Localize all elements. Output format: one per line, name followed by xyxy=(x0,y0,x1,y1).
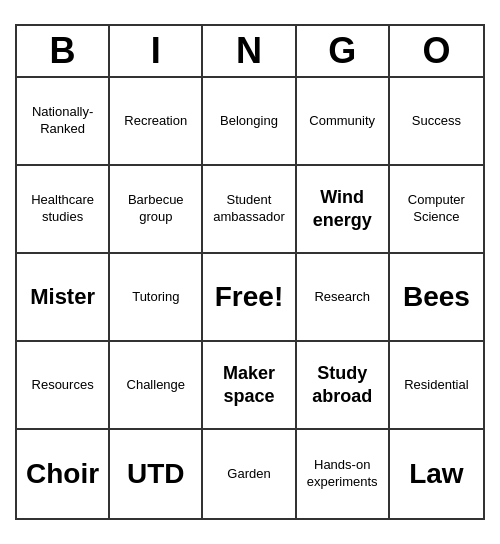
bingo-cell-19: Residential xyxy=(390,342,483,430)
header-letter-o: O xyxy=(390,26,483,76)
cell-text-0: Nationally- Ranked xyxy=(32,104,93,138)
cell-text-10: Mister xyxy=(30,283,95,312)
header-letter-n: N xyxy=(203,26,296,76)
bingo-cell-14: Bees xyxy=(390,254,483,342)
cell-text-5: Healthcare studies xyxy=(21,192,104,226)
bingo-cell-23: Hands-on experiments xyxy=(297,430,390,518)
bingo-cell-20: Choir xyxy=(17,430,110,518)
bingo-cell-15: Resources xyxy=(17,342,110,430)
bingo-cell-4: Success xyxy=(390,78,483,166)
header-letter-b: B xyxy=(17,26,110,76)
header-letter-i: I xyxy=(110,26,203,76)
bingo-cell-1: Recreation xyxy=(110,78,203,166)
bingo-cell-13: Research xyxy=(297,254,390,342)
cell-text-21: UTD xyxy=(127,456,185,492)
cell-text-8: Wind energy xyxy=(301,186,384,233)
cell-text-2: Belonging xyxy=(220,113,278,130)
cell-text-15: Resources xyxy=(32,377,94,394)
cell-text-13: Research xyxy=(314,289,370,306)
cell-text-6: Barbecue group xyxy=(114,192,197,226)
bingo-cell-22: Garden xyxy=(203,430,296,518)
cell-text-16: Challenge xyxy=(127,377,186,394)
cell-text-12: Free! xyxy=(215,279,283,315)
bingo-cell-24: Law xyxy=(390,430,483,518)
bingo-cell-0: Nationally- Ranked xyxy=(17,78,110,166)
bingo-cell-12: Free! xyxy=(203,254,296,342)
header-letter-g: G xyxy=(297,26,390,76)
bingo-grid: Nationally- RankedRecreationBelongingCom… xyxy=(17,78,483,518)
cell-text-3: Community xyxy=(309,113,375,130)
bingo-cell-7: Student ambassador xyxy=(203,166,296,254)
cell-text-22: Garden xyxy=(227,466,270,483)
bingo-cell-2: Belonging xyxy=(203,78,296,166)
bingo-cell-16: Challenge xyxy=(110,342,203,430)
cell-text-9: Computer Science xyxy=(394,192,479,226)
cell-text-18: Study abroad xyxy=(301,362,384,409)
bingo-cell-21: UTD xyxy=(110,430,203,518)
cell-text-1: Recreation xyxy=(124,113,187,130)
bingo-cell-17: Maker space xyxy=(203,342,296,430)
bingo-header: BINGO xyxy=(17,26,483,78)
cell-text-14: Bees xyxy=(403,279,470,315)
cell-text-23: Hands-on experiments xyxy=(301,457,384,491)
cell-text-20: Choir xyxy=(26,456,99,492)
cell-text-19: Residential xyxy=(404,377,468,394)
bingo-card: BINGO Nationally- RankedRecreationBelong… xyxy=(15,24,485,520)
cell-text-4: Success xyxy=(412,113,461,130)
bingo-cell-8: Wind energy xyxy=(297,166,390,254)
bingo-cell-11: Tutoring xyxy=(110,254,203,342)
cell-text-24: Law xyxy=(409,456,463,492)
bingo-cell-9: Computer Science xyxy=(390,166,483,254)
cell-text-11: Tutoring xyxy=(132,289,179,306)
bingo-cell-18: Study abroad xyxy=(297,342,390,430)
bingo-cell-3: Community xyxy=(297,78,390,166)
cell-text-7: Student ambassador xyxy=(207,192,290,226)
bingo-cell-6: Barbecue group xyxy=(110,166,203,254)
cell-text-17: Maker space xyxy=(207,362,290,409)
bingo-cell-5: Healthcare studies xyxy=(17,166,110,254)
bingo-cell-10: Mister xyxy=(17,254,110,342)
